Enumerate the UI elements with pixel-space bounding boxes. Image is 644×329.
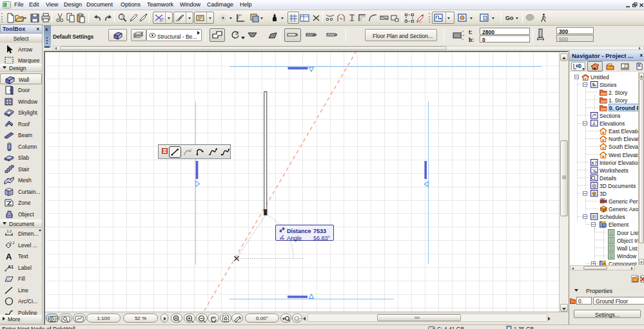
svg-text:A1: A1 <box>8 265 14 269</box>
svg-text:1.2: 1.2 <box>7 229 12 233</box>
svg-text:?: ? <box>121 15 123 19</box>
svg-text:A: A <box>6 252 12 261</box>
svg-text:1.2: 1.2 <box>10 241 15 245</box>
